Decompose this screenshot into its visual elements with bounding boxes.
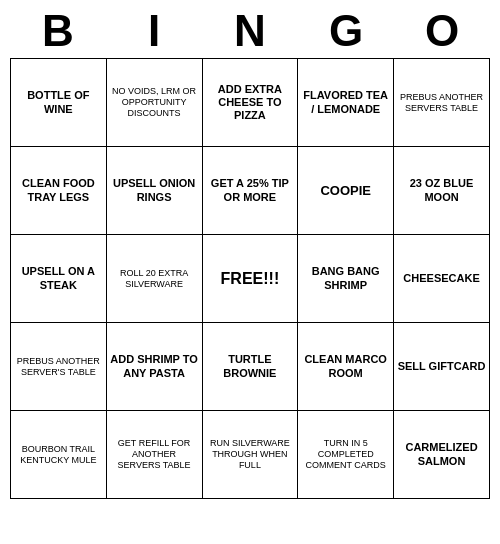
letter-n: N [210,6,290,56]
bingo-cell-r1-c1: UPSELL ONION RINGS [106,147,202,235]
bingo-cell-r2-c1: ROLL 20 EXTRA SILVERWARE [106,235,202,323]
bingo-title: B I N G O [10,0,490,58]
bingo-cell-r4-c1: GET REFILL FOR ANOTHER SERVERS TABLE [106,411,202,499]
bingo-cell-r4-c2: RUN SILVERWARE THROUGH WHEN FULL [202,411,298,499]
bingo-cell-r0-c4: PREBUS ANOTHER SERVERS TABLE [394,59,490,147]
letter-o: O [402,6,482,56]
bingo-cell-r0-c3: FLAVORED TEA / LEMONADE [298,59,394,147]
letter-g: G [306,6,386,56]
bingo-cell-r3-c4: SELL GIFTCARD [394,323,490,411]
bingo-cell-r1-c4: 23 OZ BLUE MOON [394,147,490,235]
bingo-cell-r4-c3: TURN IN 5 COMPLETED COMMENT CARDS [298,411,394,499]
bingo-cell-r2-c2: FREE!!! [202,235,298,323]
bingo-grid: BOTTLE OF WINENO VOIDS, LRM OR OPPORTUNI… [10,58,490,499]
bingo-cell-r3-c2: TURTLE BROWNIE [202,323,298,411]
bingo-cell-r2-c3: BANG BANG SHRIMP [298,235,394,323]
bingo-cell-r2-c0: UPSELL ON A STEAK [11,235,107,323]
bingo-cell-r0-c2: ADD EXTRA CHEESE TO PIZZA [202,59,298,147]
bingo-cell-r3-c0: PREBUS ANOTHER SERVER'S TABLE [11,323,107,411]
bingo-cell-r1-c0: CLEAN FOOD TRAY LEGS [11,147,107,235]
letter-b: B [18,6,98,56]
bingo-cell-r0-c0: BOTTLE OF WINE [11,59,107,147]
bingo-cell-r2-c4: CHEESECAKE [394,235,490,323]
bingo-cell-r0-c1: NO VOIDS, LRM OR OPPORTUNITY DISCOUNTS [106,59,202,147]
letter-i: I [114,6,194,56]
bingo-cell-r4-c0: BOURBON TRAIL KENTUCKY MULE [11,411,107,499]
bingo-cell-r4-c4: CARMELIZED SALMON [394,411,490,499]
bingo-cell-r1-c2: GET A 25% TIP OR MORE [202,147,298,235]
bingo-cell-r1-c3: COOPIE [298,147,394,235]
bingo-cell-r3-c1: ADD SHRIMP TO ANY PASTA [106,323,202,411]
bingo-cell-r3-c3: CLEAN MARCO ROOM [298,323,394,411]
